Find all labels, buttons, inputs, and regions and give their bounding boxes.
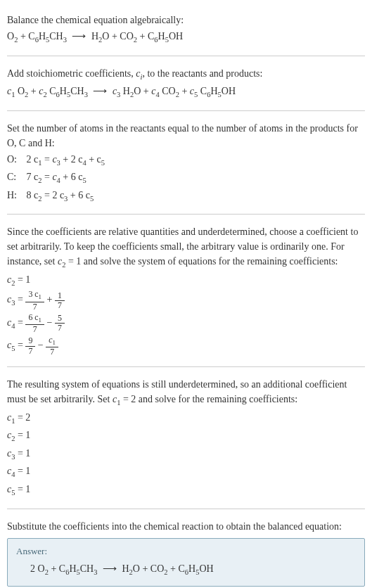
section-solve-second: The resulting system of equations is sti… bbox=[7, 370, 365, 505]
solve2-intro: The resulting system of equations is sti… bbox=[7, 377, 365, 409]
divider bbox=[7, 56, 365, 56]
h-equation: H: 8 c2 = 2 c3 + 6 c5 bbox=[7, 188, 365, 205]
o-equation: O: 2 c1 = c3 + 2 c4 + c5 bbox=[7, 152, 365, 169]
c5-final: c5 = 1 bbox=[7, 482, 365, 499]
c2-value: c2 = 1 bbox=[7, 272, 365, 289]
c2-final: c2 = 1 bbox=[7, 428, 365, 445]
co2: CO2 bbox=[120, 31, 137, 41]
c1-final: c1 = 2 bbox=[7, 410, 365, 427]
section-atom-balance: Set the number of atoms in the reactants… bbox=[7, 114, 365, 212]
answer-label: Answer: bbox=[16, 546, 356, 557]
equation-with-coefficients: c1 O2 + c2 C6H5CH3 ⟶ c3 H2O + c4 CO2 + c… bbox=[7, 84, 365, 101]
c4-value: c4 = 6 c17 − 57 bbox=[7, 313, 365, 334]
c5-value: c5 = 97 − c17 bbox=[7, 335, 365, 357]
stoich-intro: Add stoichiometric coefficients, ci, to … bbox=[7, 66, 365, 83]
o2: O2 bbox=[7, 31, 18, 41]
c4-final: c4 = 1 bbox=[7, 464, 365, 480]
solve-intro: Since the coefficients are relative quan… bbox=[7, 224, 365, 271]
divider bbox=[7, 214, 365, 215]
equation-unbalanced: O2 + C6H5CH3 ⟶ H2O + CO2 + C6H5OH bbox=[7, 29, 365, 46]
arrow-icon: ⟶ bbox=[69, 29, 89, 44]
phenol: C6H5OH bbox=[148, 31, 183, 41]
balanced-equation: 2 O2 + C6H5CH3 ⟶ H2O + CO2 + C6H5OH bbox=[16, 561, 356, 578]
answer-intro: Substitute the coefficients into the che… bbox=[7, 519, 365, 534]
divider bbox=[7, 366, 365, 367]
section-stoich: Add stoichiometric coefficients, ci, to … bbox=[7, 59, 365, 108]
c-equation: C: 7 c2 = c4 + 6 c5 bbox=[7, 170, 365, 186]
section-balance-intro: Balance the chemical equation algebraica… bbox=[7, 6, 365, 53]
divider bbox=[7, 110, 365, 111]
divider bbox=[7, 509, 365, 509]
intro-text: Balance the chemical equation algebraica… bbox=[7, 13, 365, 27]
arrow-icon: ⟶ bbox=[100, 561, 120, 576]
h2o: H2O bbox=[91, 31, 110, 41]
c3-final: c3 = 1 bbox=[7, 446, 365, 463]
toluene: C6H5CH3 bbox=[28, 31, 67, 41]
answer-box: Answer: 2 O2 + C6H5CH3 ⟶ H2O + CO2 + C6H… bbox=[7, 538, 365, 587]
section-solve-first: Since the coefficients are relative quan… bbox=[7, 217, 365, 364]
c3-value: c3 = 3 c17 + 17 bbox=[7, 290, 365, 311]
section-answer: Substitute the coefficients into the che… bbox=[7, 512, 365, 589]
arrow-icon: ⟶ bbox=[90, 84, 110, 98]
atom-balance-intro: Set the number of atoms in the reactants… bbox=[7, 121, 365, 151]
